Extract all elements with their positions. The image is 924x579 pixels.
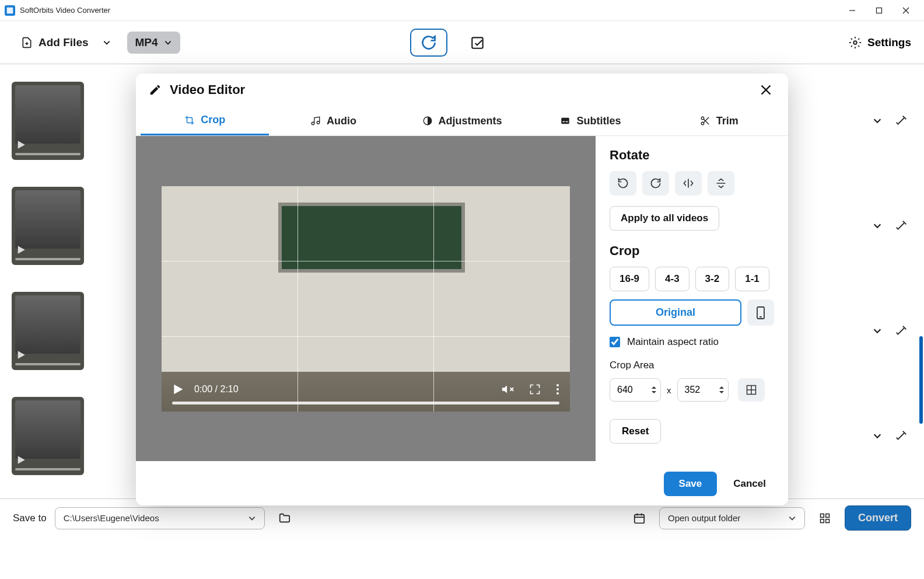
crop-area-label: Crop Area <box>610 360 774 371</box>
tab-subtitles[interactable]: Subtitles <box>526 106 654 135</box>
ratio-phone-button[interactable] <box>747 299 774 326</box>
crop-width-input[interactable]: 640 <box>610 378 661 402</box>
ratio-1-1-button[interactable]: 1-1 <box>735 267 769 291</box>
ratio-16-9-button[interactable]: 16-9 <box>610 267 649 291</box>
rotate-cw-icon <box>650 177 662 189</box>
play-icon[interactable] <box>172 383 184 395</box>
fullscreen-icon[interactable] <box>529 383 541 395</box>
editor-tabs: Crop Audio Adjustments Subtitles Trim <box>136 106 788 136</box>
scissors-icon <box>700 116 710 126</box>
crop-heading: Crop <box>610 243 774 259</box>
maintain-aspect-checkbox[interactable] <box>610 337 620 347</box>
svg-point-29 <box>556 392 559 395</box>
ratio-4-3-button[interactable]: 4-3 <box>655 267 690 291</box>
video-time: 0:00 / 2:10 <box>194 384 239 395</box>
flip-v-icon <box>715 177 727 189</box>
svg-rect-2 <box>877 8 882 13</box>
svg-point-21 <box>701 117 704 120</box>
crop-panel: Rotate Apply to all videos Crop 16-9 4-3… <box>596 136 788 461</box>
crop-icon <box>184 115 195 125</box>
modal-footer: Save Cancel <box>136 461 788 505</box>
modal-title: Video Editor <box>170 82 245 97</box>
dimension-separator: x <box>667 385 671 395</box>
grid-icon <box>746 384 757 396</box>
flip-horizontal-button[interactable] <box>675 171 702 196</box>
svg-rect-18 <box>562 118 570 124</box>
svg-rect-19 <box>563 121 565 123</box>
spin-up-icon[interactable] <box>651 385 657 390</box>
rotate-ccw-icon <box>617 177 629 189</box>
crop-height-value: 352 <box>685 385 701 395</box>
modal-header: Video Editor <box>136 74 788 106</box>
tab-audio-label: Audio <box>327 115 356 127</box>
tab-trim-label: Trim <box>716 115 738 127</box>
crop-grid-toggle[interactable] <box>738 378 765 402</box>
video-frame[interactable]: 0:00 / 2:10 <box>162 186 570 411</box>
flip-h-icon <box>682 177 694 189</box>
app-title: SoftOrbits Video Converter <box>20 6 110 15</box>
svg-point-22 <box>701 122 704 125</box>
more-icon[interactable] <box>556 383 559 395</box>
app-icon <box>5 5 15 16</box>
tab-trim[interactable]: Trim <box>655 106 783 135</box>
tab-adjustments-label: Adjustments <box>439 115 502 127</box>
titlebar: SoftOrbits Video Converter <box>0 0 924 21</box>
subtitles-icon <box>560 116 570 126</box>
mute-icon[interactable] <box>501 383 514 396</box>
modal-overlay: Video Editor Crop Audio Adjustments <box>0 42 924 579</box>
edit-icon <box>149 83 162 96</box>
svg-rect-20 <box>566 121 568 123</box>
close-icon <box>761 85 771 95</box>
rotate-heading: Rotate <box>610 148 774 163</box>
video-editor-modal: Video Editor Crop Audio Adjustments <box>136 74 788 505</box>
apply-all-button[interactable]: Apply to all videos <box>610 206 719 231</box>
maintain-aspect-label: Maintain aspect ratio <box>627 336 719 348</box>
reset-button[interactable]: Reset <box>610 419 661 444</box>
tab-subtitles-label: Subtitles <box>576 115 621 127</box>
tab-audio[interactable]: Audio <box>269 106 397 135</box>
flip-vertical-button[interactable] <box>708 171 734 196</box>
tab-adjustments[interactable]: Adjustments <box>398 106 526 135</box>
svg-point-28 <box>556 388 559 390</box>
svg-rect-0 <box>7 7 13 13</box>
video-controls: 0:00 / 2:10 <box>162 372 570 411</box>
close-window-button[interactable] <box>892 1 919 20</box>
save-button[interactable]: Save <box>664 472 718 496</box>
crop-height-input[interactable]: 352 <box>677 378 729 402</box>
rotate-left-button[interactable] <box>610 171 636 196</box>
svg-point-27 <box>556 384 559 386</box>
crop-width-value: 640 <box>617 385 633 395</box>
spin-up-icon[interactable] <box>719 385 724 390</box>
cancel-button[interactable]: Cancel <box>727 472 772 496</box>
tab-crop[interactable]: Crop <box>141 106 269 135</box>
spin-down-icon[interactable] <box>651 390 657 395</box>
ratio-3-2-button[interactable]: 3-2 <box>695 267 730 291</box>
contrast-icon <box>422 116 433 126</box>
ratio-original-button[interactable]: Original <box>610 299 741 326</box>
seek-bar[interactable] <box>172 402 559 404</box>
video-preview: 0:00 / 2:10 <box>136 136 596 461</box>
tab-crop-label: Crop <box>201 114 225 126</box>
rotate-right-button[interactable] <box>642 171 669 196</box>
phone-icon <box>755 306 766 320</box>
minimize-button[interactable] <box>839 1 866 20</box>
close-button[interactable] <box>757 81 775 99</box>
maximize-button[interactable] <box>866 1 892 20</box>
spin-down-icon[interactable] <box>719 390 724 395</box>
music-icon <box>310 116 321 126</box>
